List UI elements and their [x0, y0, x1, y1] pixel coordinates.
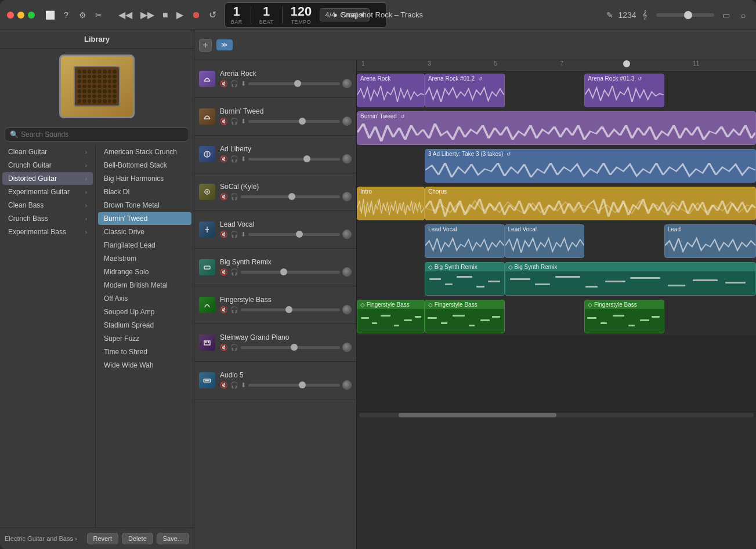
preset-stadium[interactable]: Stadium Spread [98, 319, 191, 332]
clip-lead-vocal-1[interactable]: Lead Vocal [425, 224, 505, 258]
category-distorted-guitar[interactable]: Distorted Guitar › [2, 172, 93, 185]
headphone-icon[interactable]: 🎧 [230, 381, 238, 389]
volume-slider-lead-vocal[interactable] [248, 233, 340, 236]
timeline-area[interactable]: 1 3 5 7 9 11 [357, 60, 756, 549]
preset-big-hair[interactable]: Big Hair Harmonics [98, 172, 191, 185]
mute-icon[interactable]: 🔇 [220, 155, 228, 163]
master-volume-track[interactable] [656, 13, 714, 17]
minimize-button[interactable] [17, 12, 24, 19]
search-large-icon[interactable]: ⌕ [737, 9, 749, 21]
headphone-icon[interactable]: 🎧 [230, 155, 238, 163]
tuner-icon[interactable]: 𝄞 [639, 9, 650, 21]
clip-big-synth-2[interactable]: ◇ Big Synth Remix [505, 262, 756, 296]
record-arm-icon[interactable]: ⬇ [241, 80, 246, 88]
clip-arena-rock-2[interactable]: Arena Rock #01.2 ↺ [425, 74, 505, 107]
master-volume-thumb[interactable] [684, 11, 692, 19]
pan-knob-burnin-tweed[interactable] [342, 117, 352, 126]
settings-icon[interactable]: ⚙ [77, 9, 88, 21]
preset-souped-up[interactable]: Souped Up Amp [98, 306, 191, 318]
mute-icon[interactable]: 🔇 [220, 344, 228, 351]
mute-icon[interactable]: 🔇 [220, 381, 228, 389]
add-track-button[interactable]: + [199, 39, 212, 52]
footer-category-label[interactable]: Electric Guitar and Bass › [5, 535, 84, 542]
clip-fingerstyle-bass-1[interactable]: ◇ Fingerstyle Bass [357, 300, 425, 333]
volume-slider-ad-liberty[interactable] [248, 158, 340, 161]
mute-icon[interactable]: 🔇 [220, 118, 228, 125]
preset-wide-wide[interactable]: Wide Wide Wah [98, 359, 191, 372]
maximize-button[interactable] [28, 12, 35, 19]
smart-controls-button[interactable]: ≫ [216, 39, 233, 50]
volume-slider-arena-rock[interactable] [248, 82, 340, 85]
preset-american-stack[interactable]: American Stack Crunch [98, 146, 191, 158]
clip-lead-vocal-3[interactable]: Lead [664, 224, 756, 258]
pan-knob-steinway[interactable] [342, 343, 352, 352]
preset-super-fuzz[interactable]: Super Fuzz [98, 332, 191, 345]
headphone-icon[interactable]: 🎧 [230, 306, 238, 314]
category-crunch-bass[interactable]: Crunch Bass › [2, 212, 93, 225]
preset-midrange[interactable]: Midrange Solo [98, 266, 191, 278]
headphone-icon[interactable]: 🎧 [230, 118, 238, 125]
preset-brown-tone[interactable]: Brown Tone Metal [98, 199, 191, 212]
preset-black-di[interactable]: Black DI [98, 186, 191, 198]
volume-slider[interactable] [656, 13, 714, 17]
delete-button[interactable]: Delete [122, 533, 153, 544]
headphone-icon[interactable]: 🎧 [230, 80, 238, 88]
preset-off-axis[interactable]: Off Axis [98, 292, 191, 305]
play-button[interactable]: ▶ [174, 8, 186, 21]
clip-fingerstyle-bass-2[interactable]: ◇ Fingerstyle Bass [425, 300, 505, 333]
scrollbar-track[interactable] [359, 413, 754, 417]
headphone-icon[interactable]: 🎧 [230, 231, 238, 238]
pan-knob-big-synth[interactable] [342, 267, 352, 277]
search-box[interactable]: 🔍 [5, 128, 189, 141]
category-clean-guitar[interactable]: Clean Guitar › [2, 146, 93, 158]
pan-knob-audio5[interactable] [342, 380, 352, 390]
pan-knob-socal[interactable] [342, 192, 352, 201]
volume-slider-audio5[interactable] [248, 384, 340, 387]
volume-slider-socal[interactable] [241, 195, 340, 198]
record-arm-icon[interactable]: ⬇ [241, 118, 246, 125]
help-icon[interactable]: ? [60, 9, 72, 21]
record-arm-icon[interactable]: ⬇ [241, 381, 246, 389]
preset-bell-bottomed[interactable]: Bell-Bottomed Stack [98, 159, 191, 172]
close-button[interactable] [7, 12, 14, 19]
clip-big-synth-1[interactable]: ◇ Big Synth Remix [425, 262, 505, 296]
pan-knob-ad-liberty[interactable] [342, 154, 352, 163]
clip-lead-vocal-2[interactable]: Lead Vocal [505, 224, 585, 258]
volume-slider-steinway[interactable] [241, 346, 340, 349]
mute-icon[interactable]: 🔇 [220, 268, 228, 276]
clip-fingerstyle-bass-3[interactable]: ◇ Fingerstyle Bass [584, 300, 664, 333]
clip-socal-intro[interactable]: Intro [357, 187, 425, 220]
clip-burnin-tweed[interactable]: Burnin' Tweed ↺ [357, 111, 756, 145]
library-icon[interactable]: ⬜ [44, 9, 56, 21]
clip-arena-rock-1[interactable]: Arena Rock [357, 74, 425, 107]
clip-ad-liberty[interactable]: 3 Ad Liberty: Take 3 (3 takes) ↺ [425, 149, 756, 183]
preset-modern-british[interactable]: Modern British Metal [98, 279, 191, 292]
cycle-button[interactable]: ↺ [207, 8, 219, 21]
record-button[interactable]: ⏺ [189, 9, 203, 21]
mute-icon[interactable]: 🔇 [220, 306, 228, 314]
preset-maelstrom[interactable]: Maelstrom [98, 252, 191, 265]
headphone-icon[interactable]: 🎧 [230, 344, 238, 351]
volume-slider-burnin-tweed[interactable] [248, 120, 340, 123]
save-button[interactable]: Save... [157, 533, 189, 544]
mute-icon[interactable]: 🔇 [220, 80, 228, 88]
preset-flangilated[interactable]: Flangilated Lead [98, 239, 191, 252]
volume-slider-big-synth[interactable] [241, 271, 340, 274]
clip-arena-rock-3[interactable]: Arena Rock #01.3 ↺ [584, 74, 664, 107]
record-arm-icon[interactable]: ⬇ [241, 231, 246, 238]
bottom-scrollbar[interactable] [357, 411, 756, 418]
stop-button[interactable]: ■ [160, 9, 171, 21]
category-clean-bass[interactable]: Clean Bass › [2, 199, 93, 212]
category-experimental-guitar[interactable]: Experimental Guitar › [2, 186, 93, 198]
pan-knob-lead-vocal[interactable] [342, 230, 352, 239]
volume-slider-fingerstyle-bass[interactable] [241, 308, 340, 311]
fast-forward-button[interactable]: ▶▶ [138, 8, 157, 21]
pencil-icon[interactable]: ✎ [604, 9, 616, 21]
window-grid-icon[interactable]: ▭ [720, 9, 732, 21]
scissors-icon[interactable]: ✂ [93, 9, 104, 21]
revert-button[interactable]: Revert [87, 533, 118, 544]
clip-socal-chorus[interactable]: Chorus [425, 187, 756, 220]
scrollbar-thumb[interactable] [399, 413, 556, 417]
search-input[interactable] [21, 130, 184, 139]
category-experimental-bass[interactable]: Experimental Bass › [2, 226, 93, 238]
